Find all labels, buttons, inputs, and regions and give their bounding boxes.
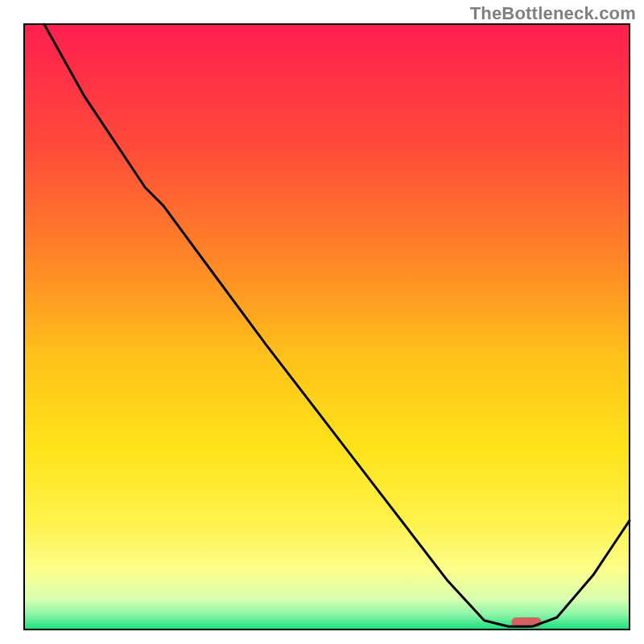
chart-svg [0, 0, 644, 644]
chart-container: TheBottleneck.com [0, 0, 644, 644]
plot-background [24, 24, 630, 630]
watermark-label: TheBottleneck.com [470, 3, 636, 24]
